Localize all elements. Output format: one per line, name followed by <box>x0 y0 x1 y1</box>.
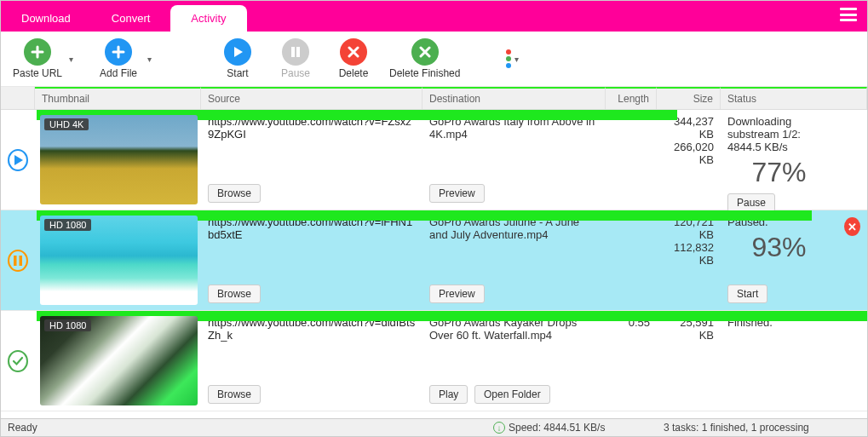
start-button[interactable]: Start <box>212 37 263 81</box>
tab-activity[interactable]: Activity <box>170 5 246 32</box>
dots-icon <box>506 49 511 68</box>
length-value: 0:55 <box>606 311 657 411</box>
header-destination[interactable]: Destination <box>423 87 606 109</box>
task-row[interactable]: UHD 4K https://www.youtube.com/watch?v=F… <box>1 110 867 210</box>
quality-badge: HD 1080 <box>44 319 91 331</box>
header-source[interactable]: Source <box>201 87 423 109</box>
download-arrow-icon: ↓ <box>493 422 505 434</box>
percent-value: 93% <box>727 232 831 263</box>
browse-button[interactable]: Browse <box>208 385 261 404</box>
pause-row-button[interactable]: Pause <box>727 193 775 212</box>
add-file-button[interactable]: Add File <box>93 37 144 81</box>
length-value <box>606 210 657 310</box>
menu-icon[interactable] <box>840 8 857 21</box>
view-options-button[interactable]: ▾ <box>503 48 528 70</box>
quality-badge: HD 1080 <box>44 219 91 231</box>
status-text: Downloading substream 1/2: 4844.5 KB/s <box>727 115 831 153</box>
task-list: UHD 4K https://www.youtube.com/watch?v=F… <box>1 110 867 418</box>
state-pause-icon <box>8 250 28 272</box>
open-folder-button[interactable]: Open Folder <box>474 385 550 404</box>
length-value <box>606 110 657 210</box>
state-play-icon <box>8 149 28 171</box>
paste-url-button[interactable]: Paste URL <box>9 37 66 81</box>
preview-button[interactable]: Preview <box>429 285 485 303</box>
thumbnail: UHD 4K <box>40 115 198 204</box>
browse-button[interactable]: Browse <box>208 184 261 203</box>
quality-badge: UHD 4K <box>44 118 89 130</box>
close-icon[interactable]: ✕ <box>844 217 860 236</box>
pause-icon <box>282 38 309 66</box>
play-icon <box>224 38 251 66</box>
x-icon <box>340 38 367 66</box>
percent-value: 77% <box>727 157 831 188</box>
task-row[interactable]: HD 1080 https://www.youtube.com/watch?v=… <box>1 210 867 311</box>
toolbar: Paste URL ▾ Add File ▾ Start Pause Delet… <box>1 32 867 87</box>
delete-button[interactable]: Delete <box>328 37 379 81</box>
svg-rect-3 <box>20 256 23 266</box>
svg-rect-0 <box>291 47 295 57</box>
size-downloaded: 112,832 KB <box>664 241 714 267</box>
header-thumbnail[interactable]: Thumbnail <box>35 87 201 109</box>
header-length[interactable]: Length <box>606 87 657 109</box>
browse-button[interactable]: Browse <box>208 285 261 303</box>
start-row-button[interactable]: Start <box>727 285 767 303</box>
column-headers: Thumbnail Source Destination Length Size… <box>1 87 867 110</box>
x-icon <box>411 38 439 66</box>
delete-finished-button[interactable]: Delete Finished <box>386 37 463 81</box>
header-size[interactable]: Size <box>657 87 721 109</box>
svg-rect-2 <box>14 256 17 266</box>
svg-rect-1 <box>296 47 300 57</box>
size-downloaded: 266,020 KB <box>664 141 714 166</box>
header-status[interactable]: Status <box>721 87 867 109</box>
state-done-icon <box>8 350 28 372</box>
add-file-dropdown[interactable]: ▾ <box>147 55 158 64</box>
preview-button[interactable]: Preview <box>429 184 485 203</box>
status-bar: Ready ↓ Speed: 4844.51 KB/s 3 tasks: 1 f… <box>1 418 867 436</box>
paste-url-dropdown[interactable]: ▾ <box>69 55 79 64</box>
thumbnail: HD 1080 <box>40 216 198 305</box>
plus-icon <box>24 38 51 66</box>
status-speed: Speed: 4844.51 KB/s <box>509 422 605 434</box>
status-ready: Ready <box>8 422 493 434</box>
thumbnail: HD 1080 <box>40 316 198 405</box>
top-tab-bar: Download Convert Activity <box>1 1 867 32</box>
tab-convert[interactable]: Convert <box>91 5 171 32</box>
pause-button: Pause <box>270 37 321 81</box>
status-tasks: 3 tasks: 1 finished, 1 processing <box>664 422 860 434</box>
task-row[interactable]: HD 1080 https://www.youtube.com/watch?v=… <box>1 311 867 411</box>
plus-icon <box>105 38 132 66</box>
tab-download[interactable]: Download <box>1 5 91 32</box>
play-button[interactable]: Play <box>429 385 468 404</box>
